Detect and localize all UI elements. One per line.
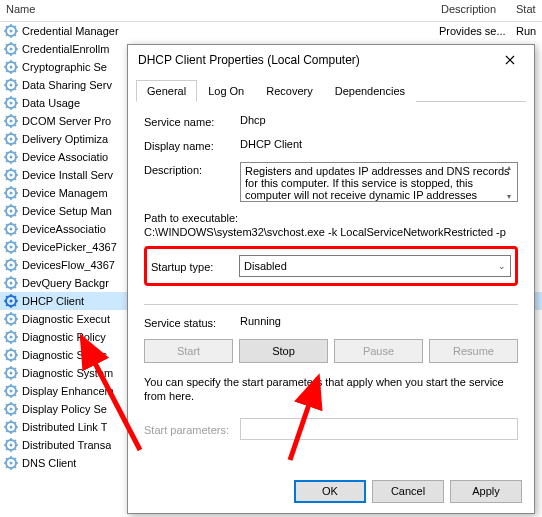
service-label: DNS Client: [22, 457, 76, 469]
gear-icon: [4, 384, 18, 398]
svg-point-171: [10, 336, 13, 339]
svg-point-51: [10, 120, 13, 123]
svg-point-61: [10, 138, 13, 141]
resume-button: Resume: [429, 339, 518, 363]
svg-point-201: [10, 390, 13, 393]
svg-point-11: [10, 48, 13, 51]
svg-point-211: [10, 408, 13, 411]
svg-point-161: [10, 318, 13, 321]
svg-point-101: [10, 210, 13, 213]
service-label: Device Setup Man: [22, 205, 112, 217]
service-status: Run: [516, 25, 536, 37]
gear-icon: [4, 132, 18, 146]
service-label: Diagnostic System: [22, 367, 113, 379]
service-label: Distributed Transa: [22, 439, 111, 451]
gear-icon: [4, 348, 18, 362]
hint-text: You can specify the start parameters tha…: [144, 375, 518, 404]
description-text: Registers and updates IP addresses and D…: [245, 165, 510, 201]
gear-icon: [4, 438, 18, 452]
tab-recovery[interactable]: Recovery: [255, 80, 323, 102]
scroll-down-icon[interactable]: ▾: [501, 192, 517, 201]
service-label: Diagnostic Policy: [22, 331, 106, 343]
gear-icon: [4, 150, 18, 164]
service-label: DeviceAssociatio: [22, 223, 106, 235]
svg-point-111: [10, 228, 13, 231]
service-label: CredentialEnrollm: [22, 43, 109, 55]
startup-type-select[interactable]: Disabled ⌄: [239, 255, 511, 277]
service-label: DHCP Client: [22, 295, 84, 307]
gear-icon: [4, 240, 18, 254]
svg-point-151: [10, 300, 13, 303]
gear-icon: [4, 456, 18, 470]
svg-point-231: [10, 444, 13, 447]
service-label: Device Associatio: [22, 151, 108, 163]
startup-type-row: Startup type: Disabled ⌄: [144, 246, 518, 286]
dialog-button-row: OK Cancel Apply: [294, 480, 522, 503]
gear-icon: [4, 24, 18, 38]
gear-icon: [4, 258, 18, 272]
divider: [144, 304, 518, 305]
service-desc: Provides se...: [439, 25, 509, 37]
service-label: DevicesFlow_4367: [22, 259, 115, 271]
gear-icon: [4, 222, 18, 236]
svg-point-21: [10, 66, 13, 69]
gear-icon: [4, 186, 18, 200]
svg-point-141: [10, 282, 13, 285]
service-label: Display Policy Se: [22, 403, 107, 415]
svg-point-121: [10, 246, 13, 249]
svg-point-221: [10, 426, 13, 429]
service-label: Device Install Serv: [22, 169, 113, 181]
gear-icon: [4, 96, 18, 110]
label-description: Description:: [144, 162, 240, 176]
col-status[interactable]: Stat: [510, 0, 542, 21]
value-service-status: Running: [240, 315, 281, 329]
service-label: DevQuery Backgr: [22, 277, 109, 289]
service-label: Diagnostic Execut: [22, 313, 110, 325]
service-label: Display Enhancem: [22, 385, 114, 397]
label-start-params: Start parameters:: [144, 422, 240, 436]
svg-point-1: [10, 30, 13, 33]
description-box[interactable]: Registers and updates IP addresses and D…: [240, 162, 518, 202]
gear-icon: [4, 114, 18, 128]
svg-point-81: [10, 174, 13, 177]
ok-button[interactable]: OK: [294, 480, 366, 503]
col-description[interactable]: Description: [435, 0, 510, 21]
titlebar: DHCP Client Properties (Local Computer): [128, 45, 534, 75]
gear-icon: [4, 60, 18, 74]
list-header: Name Description Stat: [0, 0, 542, 22]
scroll-up-icon[interactable]: ▴: [501, 163, 517, 172]
gear-icon: [4, 366, 18, 380]
label-startup-type: Startup type:: [151, 259, 239, 273]
gear-icon: [4, 78, 18, 92]
label-service-status: Service status:: [144, 315, 240, 329]
col-name[interactable]: Name: [0, 0, 435, 21]
label-display-name: Display name:: [144, 138, 240, 152]
gear-icon: [4, 204, 18, 218]
label-service-name: Service name:: [144, 114, 240, 128]
cancel-button[interactable]: Cancel: [372, 480, 444, 503]
gear-icon: [4, 276, 18, 290]
gear-icon: [4, 312, 18, 326]
tab-panel-general: Service name: Dhcp Display name: DHCP Cl…: [128, 102, 534, 448]
service-label: Delivery Optimiza: [22, 133, 108, 145]
gear-icon: [4, 330, 18, 344]
service-label: Cryptographic Se: [22, 61, 107, 73]
apply-button[interactable]: Apply: [450, 480, 522, 503]
start-button: Start: [144, 339, 233, 363]
list-item[interactable]: Credential ManagerProvides se...Run: [0, 22, 542, 40]
start-params-input: [240, 418, 518, 440]
svg-point-41: [10, 102, 13, 105]
service-label: Data Sharing Serv: [22, 79, 112, 91]
description-scrollbar[interactable]: ▴ ▾: [501, 163, 517, 201]
gear-icon: [4, 420, 18, 434]
stop-button[interactable]: Stop: [239, 339, 328, 363]
tab-general[interactable]: General: [136, 80, 197, 102]
label-path: Path to executable:: [144, 212, 518, 224]
svg-point-191: [10, 372, 13, 375]
service-label: Device Managem: [22, 187, 108, 199]
close-button[interactable]: [490, 47, 530, 73]
dialog-title: DHCP Client Properties (Local Computer): [138, 53, 490, 67]
gear-icon: [4, 294, 18, 308]
tab-log-on[interactable]: Log On: [197, 80, 255, 102]
tab-dependencies[interactable]: Dependencies: [324, 80, 416, 102]
